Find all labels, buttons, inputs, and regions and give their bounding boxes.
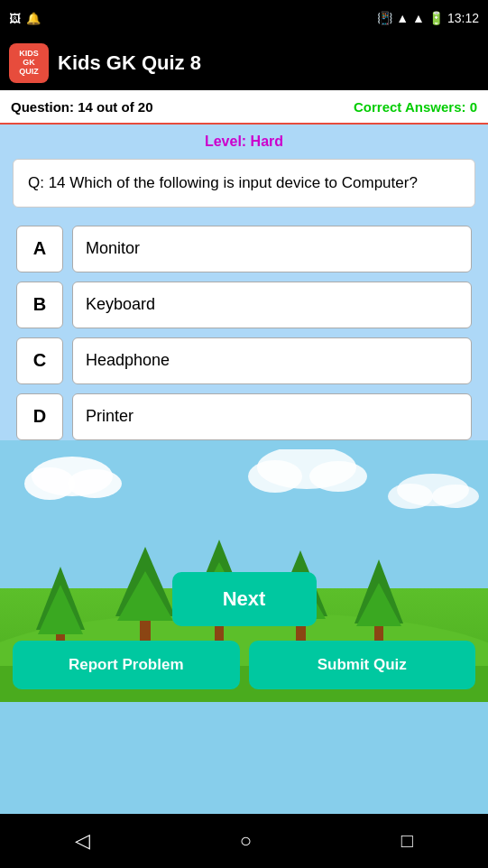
bottom-buttons: Report Problem Submit Quiz <box>0 632 488 698</box>
status-icons-left: 🖼 🔔 <box>9 12 41 25</box>
notification-icon: 🔔 <box>26 12 41 25</box>
option-letter-a: A <box>16 226 63 272</box>
option-text-b[interactable]: Keyboard <box>72 282 472 328</box>
next-button-container: Next <box>0 572 488 639</box>
option-row-b[interactable]: B Keyboard <box>16 282 472 328</box>
signal-icon: ▲ <box>412 11 425 25</box>
wifi-icon: ▲ <box>396 11 409 25</box>
status-icons-right: 📳 ▲ ▲ 🔋 13:12 <box>377 11 479 25</box>
recent-button[interactable]: □ <box>401 829 413 853</box>
app-header: KIDS GK QUIZ Kids GK Quiz 8 <box>0 36 488 90</box>
screenshot-icon: 🖼 <box>9 12 21 25</box>
battery-icon: 🔋 <box>428 11 444 25</box>
vibrate-icon: 📳 <box>377 11 392 25</box>
option-letter-d: D <box>16 393 63 440</box>
option-letter-c: C <box>16 337 63 384</box>
option-letter-b: B <box>16 282 63 328</box>
submit-quiz-button[interactable]: Submit Quiz <box>249 641 476 689</box>
question-box: Q: 14 Which of the following is input de… <box>13 159 475 208</box>
app-logo: KIDS GK QUIZ <box>9 43 49 83</box>
question-count: Question: 14 out of 20 <box>11 99 153 115</box>
option-text-d[interactable]: Printer <box>72 393 472 440</box>
correct-answers: Correct Answers: 0 <box>354 99 477 115</box>
options-container: A Monitor B Keyboard C Headphone D Print… <box>13 226 475 440</box>
status-bar: 🖼 🔔 📳 ▲ ▲ 🔋 13:12 <box>0 0 488 36</box>
question-bar: Question: 14 out of 20 Correct Answers: … <box>0 90 488 125</box>
nav-bar: ◁ ○ □ <box>0 814 488 868</box>
clock: 13:12 <box>447 11 479 25</box>
logo-text: KIDS GK QUIZ <box>19 50 39 77</box>
option-row-d[interactable]: D Printer <box>16 393 472 440</box>
home-button[interactable]: ○ <box>240 829 252 853</box>
option-row-a[interactable]: A Monitor <box>16 226 472 272</box>
next-button[interactable]: Next <box>172 572 317 626</box>
option-text-c[interactable]: Headphone <box>72 337 472 384</box>
back-button[interactable]: ◁ <box>75 829 90 853</box>
app-title: Kids GK Quiz 8 <box>58 51 201 75</box>
main-content: Level: Hard Q: 14 Which of the following… <box>0 125 488 440</box>
level-label: Level: Hard <box>13 134 475 150</box>
question-text: Q: 14 Which of the following is input de… <box>28 174 418 191</box>
option-text-a[interactable]: Monitor <box>72 226 472 272</box>
option-row-c[interactable]: C Headphone <box>16 337 472 384</box>
report-problem-button[interactable]: Report Problem <box>13 641 240 689</box>
scene-section: Next Report Problem Submit Quiz <box>0 449 488 702</box>
